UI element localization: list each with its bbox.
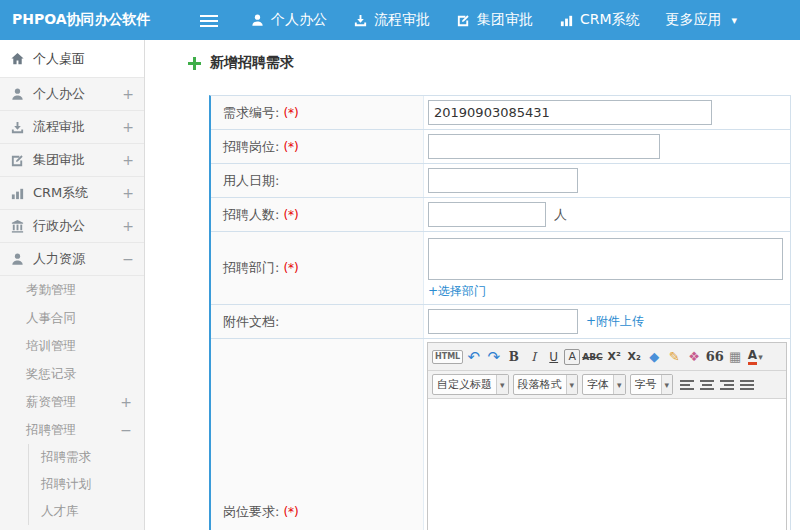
sidebar-subitem-talent-pool[interactable]: 人才库 xyxy=(28,498,144,525)
bar-chart-icon xyxy=(559,13,574,28)
eraser-icon[interactable]: ◆ xyxy=(645,346,664,368)
collapse-toggle[interactable]: − xyxy=(120,423,132,437)
home-icon xyxy=(10,51,25,66)
sidebar-item-crm[interactable]: CRM系统 + xyxy=(0,177,144,210)
top-header: PHPOA协同办公软件 个人办公 流程审批 集团审批 CRM系统 更多应用 ▾ xyxy=(0,0,800,40)
page-title-text: 新增招聘需求 xyxy=(210,54,294,72)
sidebar-subitem-label: 人才库 xyxy=(41,503,79,520)
sidebar: 个人桌面 个人办公 + 流程审批 + 集团审批 + CRM系统 + 行政办公 +… xyxy=(0,40,145,530)
font-style-button[interactable]: A xyxy=(564,349,580,365)
align-justify-icon[interactable] xyxy=(737,374,756,396)
editor-toolbar-row2: 自定义标题 ▾ 段落格式 ▾ 字体 ▾ 字号 ▾ xyxy=(428,371,786,399)
redo-icon[interactable]: ↷ xyxy=(484,346,503,368)
field-label: 招聘岗位: (*) xyxy=(211,130,424,163)
font-size-select[interactable]: 字号 ▾ xyxy=(630,374,674,395)
headcount-input[interactable] xyxy=(428,202,546,227)
required-mark: (*) xyxy=(283,208,298,222)
underline-button[interactable]: U xyxy=(544,346,563,368)
nav-label: 集团审批 xyxy=(477,11,533,29)
nav-crm-system[interactable]: CRM系统 xyxy=(559,11,640,29)
align-right-icon[interactable] xyxy=(717,374,736,396)
required-mark: (*) xyxy=(283,505,298,519)
nav-label: 更多应用 xyxy=(666,11,722,29)
font-color-button[interactable]: A ▾ xyxy=(746,346,765,368)
html-source-button[interactable]: HTML xyxy=(432,350,463,364)
sidebar-item-label: 个人办公 xyxy=(33,85,85,103)
unit-suffix: 人 xyxy=(554,206,567,224)
sidebar-item-label: 行政办公 xyxy=(33,217,85,235)
chevron-down-icon: ▾ xyxy=(661,375,673,394)
sidebar-item-personal-office[interactable]: 个人办公 + xyxy=(0,78,144,111)
add-plus-icon xyxy=(188,57,201,70)
clear-format-brush-icon[interactable]: ❖ xyxy=(685,346,704,368)
sidebar-item-desktop[interactable]: 个人桌面 xyxy=(0,40,144,78)
strikethrough-button[interactable]: ABC xyxy=(581,346,603,368)
bold-button[interactable]: B xyxy=(504,346,523,368)
sidebar-item-group-approval[interactable]: 集团审批 + xyxy=(0,144,144,177)
paragraph-format-select[interactable]: 段落格式 ▾ xyxy=(513,374,579,395)
sidebar-subitem-label: 人事合同 xyxy=(26,310,76,327)
position-input[interactable] xyxy=(428,134,660,159)
format-painter-icon[interactable]: ✎ xyxy=(665,346,684,368)
subscript-button[interactable]: X₂ xyxy=(625,346,644,368)
sidebar-subitem-label: 薪资管理 xyxy=(26,394,76,411)
font-family-select[interactable]: 字体 ▾ xyxy=(582,374,626,395)
nav-label: CRM系统 xyxy=(580,11,640,29)
sidebar-item-hr[interactable]: 人力资源 − xyxy=(0,243,144,276)
sidebar-subitem-recruit-mgmt[interactable]: 招聘管理 − xyxy=(0,416,144,444)
nav-process-approval[interactable]: 流程审批 xyxy=(353,11,430,29)
field-label: 附件文档: xyxy=(211,305,424,338)
expand-toggle[interactable]: + xyxy=(122,153,134,167)
sidebar-subitem-label: 奖惩记录 xyxy=(26,366,76,383)
field-label: 需求编号: (*) xyxy=(211,96,424,129)
sidebar-item-label: 流程审批 xyxy=(33,118,85,136)
expand-toggle[interactable]: + xyxy=(122,219,134,233)
main-content: 新增招聘需求 需求编号: (*) 招聘岗位: (*) 用人日期: xyxy=(146,40,800,530)
department-textarea[interactable] xyxy=(428,238,783,280)
attachment-input[interactable] xyxy=(428,309,578,334)
expand-toggle[interactable]: + xyxy=(122,87,134,101)
hire-date-input[interactable] xyxy=(428,168,578,193)
menu-toggle-icon[interactable] xyxy=(200,13,220,27)
sidebar-subitem-hr-contract[interactable]: 人事合同 xyxy=(0,304,144,332)
nav-group-approval[interactable]: 集团审批 xyxy=(456,11,533,29)
blockquote-icon[interactable]: 66 xyxy=(705,346,725,368)
person-icon xyxy=(250,13,265,28)
sidebar-item-label: 人力资源 xyxy=(33,250,85,268)
insert-table-icon[interactable]: ▦ xyxy=(726,346,745,368)
sidebar-subitem-label: 招聘管理 xyxy=(26,422,76,439)
editor-toolbar-row1: HTML ↶ ↷ B I U A ABC X² X₂ ◆ ✎ ❖ 66 xyxy=(428,343,786,371)
form-row-department: 招聘部门: (*) +选择部门 xyxy=(211,232,790,305)
sidebar-item-admin-office[interactable]: 行政办公 + xyxy=(0,210,144,243)
undo-icon[interactable]: ↶ xyxy=(464,346,483,368)
align-center-icon[interactable] xyxy=(697,374,716,396)
person-icon xyxy=(10,252,25,267)
sidebar-subitem-salary[interactable]: 薪资管理 + xyxy=(0,388,144,416)
required-mark: (*) xyxy=(283,106,298,120)
form-row-demand-number: 需求编号: (*) xyxy=(211,96,790,130)
sidebar-item-label: CRM系统 xyxy=(33,184,88,202)
attachment-upload-link[interactable]: +附件上传 xyxy=(586,313,644,330)
demand-number-input[interactable] xyxy=(428,100,712,125)
superscript-button[interactable]: X² xyxy=(605,346,624,368)
italic-button[interactable]: I xyxy=(524,346,543,368)
sidebar-subitem-recruit-demand[interactable]: 招聘需求 xyxy=(28,444,144,471)
chevron-down-icon: ▾ xyxy=(732,14,738,27)
nav-personal-office[interactable]: 个人办公 xyxy=(250,11,327,29)
sidebar-subitem-rewards[interactable]: 奖惩记录 xyxy=(0,360,144,388)
nav-label: 流程审批 xyxy=(374,11,430,29)
required-mark: (*) xyxy=(283,140,298,154)
sidebar-subitem-recruit-plan[interactable]: 招聘计划 xyxy=(28,471,144,498)
expand-toggle[interactable]: + xyxy=(122,120,134,134)
expand-toggle[interactable]: + xyxy=(122,186,134,200)
sidebar-item-process-approval[interactable]: 流程审批 + xyxy=(0,111,144,144)
select-department-link[interactable]: +选择部门 xyxy=(428,283,486,300)
custom-heading-select[interactable]: 自定义标题 ▾ xyxy=(432,374,509,395)
editor-content-area[interactable] xyxy=(428,399,786,530)
sidebar-subitem-attendance[interactable]: 考勤管理 xyxy=(0,276,144,304)
collapse-toggle[interactable]: − xyxy=(122,252,134,266)
expand-toggle[interactable]: + xyxy=(120,395,132,409)
align-left-icon[interactable] xyxy=(677,374,696,396)
sidebar-subitem-training[interactable]: 培训管理 xyxy=(0,332,144,360)
nav-more-apps[interactable]: 更多应用 ▾ xyxy=(666,11,738,29)
